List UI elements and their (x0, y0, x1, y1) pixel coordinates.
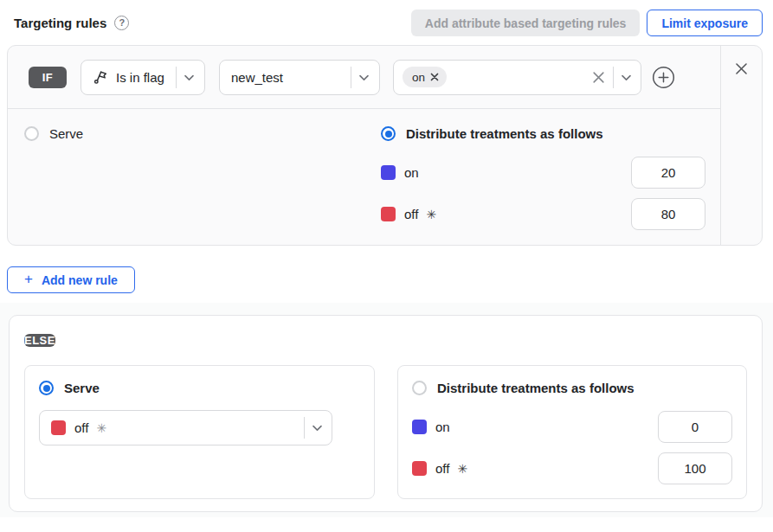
delete-rule-button[interactable] (734, 61, 749, 76)
treatment-on-color-swatch (381, 165, 396, 180)
treatment-row-on: on (412, 411, 732, 443)
flag-icon (93, 69, 108, 85)
treatment-name: on (404, 165, 419, 180)
help-icon[interactable] (114, 16, 129, 30)
chevron-down-icon (620, 71, 633, 84)
treatment-row-on: on (381, 157, 705, 189)
else-distribute-radio-label: Distribute treatments as follows (437, 381, 635, 395)
treatment-row-off: off ✳ (381, 198, 705, 230)
else-treatment-on-percent-input[interactable] (658, 411, 732, 443)
add-new-rule-label: Add new rule (42, 273, 118, 287)
page-title: Targeting rules (14, 16, 106, 30)
if-badge: IF (29, 67, 67, 88)
add-attribute-rules-button[interactable]: Add attribute based targeting rules (411, 10, 641, 36)
chevron-down-icon (358, 71, 370, 84)
treatment-off-percent-input[interactable] (631, 198, 705, 230)
targeting-rules-header: Targeting rules Add attribute based targ… (0, 0, 773, 45)
else-distribute-card: Distribute treatments as follows on off … (397, 365, 747, 499)
treatment-row-off: off ✳ (412, 452, 732, 484)
matcher-select[interactable]: Is in flag (81, 60, 205, 95)
distribute-radio[interactable] (381, 126, 396, 141)
close-icon (734, 61, 749, 76)
default-treatment-icon: ✳ (457, 462, 467, 476)
selected-value-tag: on (403, 67, 447, 87)
else-serve-treatment-value: off (74, 420, 88, 435)
if-rule-card: IF Is in flag new_test (7, 45, 763, 246)
chevron-down-icon (183, 71, 196, 84)
else-serve-radio[interactable] (39, 381, 54, 395)
treatment-on-color-swatch (412, 420, 427, 434)
treatment-name: off (404, 207, 418, 221)
treatment-name: off (435, 461, 449, 476)
else-serve-treatment-select[interactable]: off ✳ (39, 410, 332, 445)
else-section: ELSE Serve off ✳ (0, 303, 773, 517)
plus-icon: + (24, 271, 33, 288)
default-treatment-icon: ✳ (426, 208, 436, 221)
remove-tag-icon[interactable] (430, 73, 439, 81)
clear-values-icon[interactable] (591, 70, 606, 85)
serve-radio[interactable] (24, 126, 39, 141)
treatment-off-color-swatch (51, 420, 66, 435)
else-distribute-radio[interactable] (412, 381, 427, 395)
add-new-rule-button[interactable]: + Add new rule (7, 266, 135, 293)
add-condition-button[interactable] (652, 66, 675, 89)
chevron-down-icon (311, 421, 324, 434)
else-treatment-off-percent-input[interactable] (658, 452, 732, 484)
serve-radio-label: Serve (49, 126, 83, 141)
flag-select-value: new_test (231, 70, 283, 85)
treatment-off-color-swatch (381, 207, 396, 221)
if-rule-condition-row: IF Is in flag new_test (8, 46, 720, 109)
else-rule-card: ELSE Serve off ✳ (9, 315, 763, 512)
else-serve-radio-label: Serve (64, 381, 100, 395)
else-serve-card: Serve off ✳ (24, 365, 375, 499)
flag-select[interactable]: new_test (219, 60, 380, 95)
treatment-off-color-swatch (412, 461, 427, 476)
default-treatment-icon: ✳ (96, 421, 106, 435)
limit-exposure-button[interactable]: Limit exposure (647, 10, 763, 36)
plus-circle-icon (652, 66, 675, 89)
treatment-values-multiselect[interactable]: on (393, 60, 641, 95)
treatment-on-percent-input[interactable] (631, 157, 705, 189)
matcher-select-value: Is in flag (116, 70, 164, 85)
distribute-radio-label: Distribute treatments as follows (406, 126, 603, 141)
treatment-name: on (435, 420, 450, 434)
else-badge: ELSE (24, 334, 55, 347)
selected-value-tag-label: on (412, 71, 425, 84)
